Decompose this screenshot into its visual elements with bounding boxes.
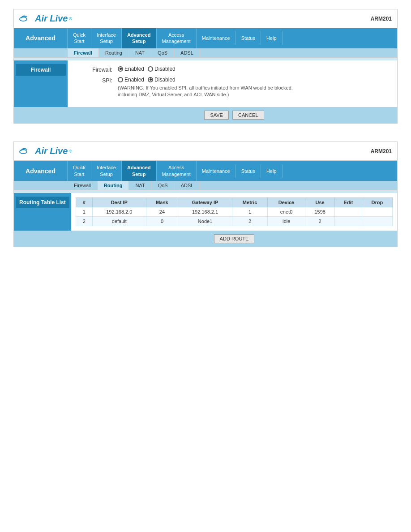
- firewall-disabled-label: Disabled: [154, 66, 176, 72]
- routing-table: # Dest IP Mask Gateway IP Metric Device …: [76, 197, 393, 226]
- firewall-enabled[interactable]: Enabled: [118, 66, 144, 72]
- spi-disabled-radio[interactable]: [148, 77, 153, 82]
- panel2-navbar: Advanced Quick Start Interface Setup Adv…: [14, 161, 397, 181]
- content-sidebar1: Firewall: [14, 60, 68, 107]
- row1-edit: [335, 207, 362, 216]
- spi-warning: (WARNING: If You enabled SPI, all traffi…: [118, 85, 297, 99]
- subnav2-routing[interactable]: Routing: [98, 181, 129, 190]
- nav2-interface-setup[interactable]: Interface Setup: [91, 161, 122, 181]
- spi-options: Enabled Disabled (WARNING: If You enable…: [118, 77, 297, 99]
- col-mask: Mask: [146, 197, 178, 207]
- nav-maintenance[interactable]: Maintenance: [197, 31, 236, 45]
- subnav-qos[interactable]: QoS: [151, 48, 174, 57]
- panel1-button-bar: SAVE CANCEL: [14, 107, 397, 123]
- nav-advanced-setup[interactable]: Advanced Setup: [122, 28, 157, 48]
- model-label2: ARM201: [371, 148, 392, 154]
- subnav-nat[interactable]: NAT: [129, 48, 151, 57]
- spi-enabled-radio[interactable]: [118, 77, 123, 82]
- row1-use: 1598: [305, 207, 334, 216]
- model-label: ARM201: [371, 16, 392, 22]
- add-route-button[interactable]: ADD ROUTE: [214, 234, 255, 243]
- firewall-enabled-radio[interactable]: [118, 66, 123, 72]
- logo-icon: [19, 13, 34, 24]
- nav-access-management[interactable]: Access Management: [157, 28, 197, 48]
- firewall-disabled-radio[interactable]: [148, 66, 153, 72]
- subnav2-adsl[interactable]: ADSL: [175, 181, 201, 190]
- save-button[interactable]: SAVE: [204, 111, 229, 120]
- firewall-disabled[interactable]: Disabled: [148, 66, 176, 72]
- svg-point-1: [20, 150, 27, 154]
- subnav2-qos[interactable]: QoS: [152, 181, 175, 190]
- table-row: 2 default 0 Node1 2 Idle 2: [76, 216, 392, 226]
- row1-gateway-ip: 192.168.2.1: [178, 207, 232, 216]
- table-row: 1 192.168.2.0 24 192.168.2.1 1 enet0 159…: [76, 207, 392, 216]
- nav2-quick-start[interactable]: Quick Start: [68, 161, 91, 181]
- logo2: Air Live ®: [19, 146, 72, 157]
- firewall-label: Firewall:: [77, 66, 112, 73]
- spi-enabled[interactable]: Enabled: [118, 77, 144, 83]
- content-sidebar2: Routing Table List: [14, 193, 71, 231]
- routing-table-area: # Dest IP Mask Gateway IP Metric Device …: [71, 193, 397, 231]
- firewall-radio-group: Enabled Disabled: [118, 66, 176, 72]
- nav2-help[interactable]: Help: [261, 164, 283, 178]
- spi-row: SPI: Enabled Disabled (WA: [77, 77, 388, 99]
- row2-dest-ip: default: [92, 216, 146, 226]
- row2-device: Idle: [268, 216, 305, 226]
- panel1-content: Firewall Firewall: Enabled: [14, 60, 397, 107]
- firewall-row: Firewall: Enabled Disabled: [77, 66, 388, 73]
- col-device: Device: [268, 197, 305, 207]
- nav-quick-start[interactable]: Quick Start: [68, 28, 91, 48]
- subnav-firewall[interactable]: Firewall: [68, 48, 99, 57]
- logo-registered: ®: [69, 17, 72, 21]
- col-metric: Metric: [232, 197, 268, 207]
- spi-label: SPI:: [77, 77, 112, 84]
- firewall-panel: Air Live ® ARM201 Advanced Quick Start I…: [13, 9, 398, 124]
- routing-panel: Air Live ® ARM201 Advanced Quick Start I…: [13, 142, 398, 247]
- col-use: Use: [305, 197, 334, 207]
- nav-help[interactable]: Help: [261, 31, 283, 45]
- routing-section-label: Routing Table List: [16, 197, 69, 208]
- spi-disabled[interactable]: Disabled: [148, 77, 176, 83]
- row2-mask: 0: [146, 216, 178, 226]
- firewall-enabled-label: Enabled: [124, 66, 144, 72]
- nav-interface-setup[interactable]: Interface Setup: [91, 28, 122, 48]
- panel2-content: Routing Table List # Dest IP Mask Gatewa…: [14, 193, 397, 231]
- nav-sidebar-label2: Advanced: [14, 161, 68, 181]
- subnav2-firewall[interactable]: Firewall: [68, 181, 98, 190]
- subnav-routing[interactable]: Routing: [99, 48, 129, 57]
- panel1-navbar: Advanced Quick Start Interface Setup Adv…: [14, 28, 397, 48]
- logo-registered2: ®: [69, 149, 72, 154]
- firewall-section-label: Firewall: [16, 64, 66, 76]
- spi-enabled-label: Enabled: [124, 77, 144, 83]
- logo: Air Live ®: [19, 13, 72, 24]
- nav2-maintenance[interactable]: Maintenance: [197, 164, 236, 178]
- row2-use: 2: [305, 216, 334, 226]
- logo-text2: Air Live: [35, 146, 68, 156]
- nav2-status[interactable]: Status: [236, 164, 261, 178]
- row2-drop: [362, 216, 392, 226]
- logo-icon2: [19, 146, 34, 157]
- cancel-button[interactable]: CANCEL: [232, 111, 264, 120]
- spi-disabled-label: Disabled: [154, 77, 176, 83]
- col-drop: Drop: [362, 197, 392, 207]
- nav-status[interactable]: Status: [236, 31, 261, 45]
- row1-metric: 1: [232, 207, 268, 216]
- col-dest-ip: Dest IP: [92, 197, 146, 207]
- col-num: #: [76, 197, 92, 207]
- col-gateway-ip: Gateway IP: [178, 197, 232, 207]
- subnav2-nat[interactable]: NAT: [129, 181, 151, 190]
- nav2-advanced-setup[interactable]: Advanced Setup: [122, 161, 157, 181]
- row2-metric: 2: [232, 216, 268, 226]
- svg-point-0: [20, 17, 27, 21]
- panel2-button-bar: ADD ROUTE: [14, 231, 397, 247]
- panel1-header: Air Live ® ARM201: [14, 9, 397, 28]
- row1-num: 1: [76, 207, 92, 216]
- panel2-subnav: Firewall Routing NAT QoS ADSL: [14, 181, 397, 190]
- row1-mask: 24: [146, 207, 178, 216]
- subnav-adsl[interactable]: ADSL: [174, 48, 200, 57]
- nav2-access-management[interactable]: Access Management: [157, 161, 197, 181]
- col-edit: Edit: [335, 197, 362, 207]
- row2-edit: [335, 216, 362, 226]
- row1-device: enet0: [268, 207, 305, 216]
- row2-num: 2: [76, 216, 92, 226]
